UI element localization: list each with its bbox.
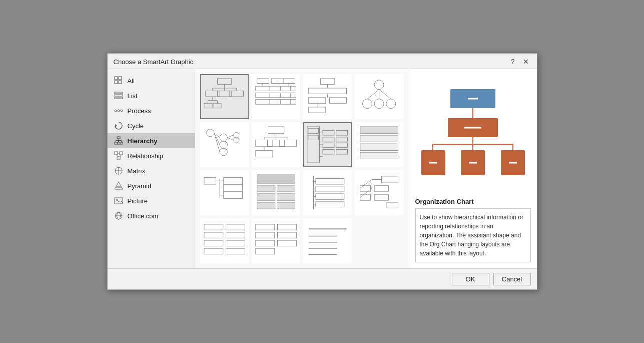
sidebar-item-pyramid[interactable]: Pyramid <box>108 178 195 193</box>
center-panel <box>195 69 409 268</box>
svg-rect-39 <box>217 79 231 84</box>
svg-rect-116 <box>323 137 334 142</box>
svg-rect-24 <box>117 157 120 160</box>
svg-rect-66 <box>281 93 290 97</box>
svg-rect-61 <box>270 86 280 91</box>
svg-rect-170 <box>226 248 245 254</box>
svg-rect-23 <box>120 152 123 155</box>
svg-rect-74 <box>309 88 347 94</box>
svg-marker-31 <box>115 182 123 189</box>
svg-point-7 <box>115 110 117 112</box>
grid-icon <box>114 76 124 86</box>
thumb-hierarchy-14[interactable] <box>252 218 300 263</box>
process-icon <box>114 106 124 116</box>
svg-rect-65 <box>270 93 280 97</box>
list-icon <box>114 91 124 101</box>
svg-rect-162 <box>386 202 398 208</box>
sidebar-label-matrix: Matrix <box>128 167 145 175</box>
svg-rect-69 <box>270 100 280 104</box>
svg-rect-123 <box>360 127 398 133</box>
thumb-hierarchy-15[interactable] <box>303 218 352 263</box>
svg-point-8 <box>118 110 120 112</box>
svg-line-27 <box>120 155 121 157</box>
svg-rect-104 <box>256 140 273 147</box>
cancel-button[interactable]: Cancel <box>493 273 531 285</box>
svg-rect-118 <box>323 149 334 154</box>
svg-rect-119 <box>336 131 348 135</box>
thumb-hierarchy-12[interactable] <box>355 170 403 215</box>
help-button[interactable]: ? <box>509 58 517 66</box>
svg-rect-136 <box>257 175 295 183</box>
svg-rect-34 <box>115 198 123 204</box>
thumb-hierarchy-7[interactable] <box>303 122 352 167</box>
svg-rect-54 <box>257 79 269 83</box>
svg-point-84 <box>363 99 372 109</box>
svg-rect-172 <box>256 232 275 238</box>
svg-line-26 <box>116 155 119 157</box>
sidebar-label-all: All <box>128 77 135 85</box>
svg-point-9 <box>121 110 123 112</box>
svg-point-86 <box>386 99 396 109</box>
svg-rect-13 <box>117 137 120 139</box>
svg-point-92 <box>220 141 227 148</box>
sidebar-item-matrix[interactable]: Matrix <box>108 163 195 178</box>
sidebar-item-hierarchy[interactable]: Hierarchy <box>108 133 195 148</box>
svg-rect-164 <box>204 232 223 238</box>
svg-rect-2 <box>115 81 118 84</box>
svg-point-87 <box>206 129 214 137</box>
svg-rect-106 <box>279 140 296 147</box>
svg-rect-144 <box>316 179 344 184</box>
sidebar-item-office[interactable]: Office.com <box>108 208 195 223</box>
thumb-hierarchy-8[interactable] <box>355 122 403 167</box>
ok-button[interactable]: OK <box>452 273 489 285</box>
svg-rect-147 <box>316 201 344 207</box>
svg-rect-141 <box>257 202 275 209</box>
thumb-hierarchy-4[interactable] <box>355 74 403 119</box>
thumb-hierarchy-5[interactable] <box>200 122 249 167</box>
sidebar-label-process: Process <box>128 107 151 115</box>
preview-panel: Organization Chart Use to show hierarchi… <box>409 69 537 268</box>
svg-rect-142 <box>277 202 295 209</box>
thumb-org-chart[interactable] <box>200 74 249 119</box>
thumb-hierarchy-13[interactable] <box>200 218 249 263</box>
svg-rect-67 <box>290 93 296 97</box>
hierarchy-icon <box>114 136 124 146</box>
svg-rect-169 <box>226 240 245 246</box>
svg-rect-70 <box>281 100 290 104</box>
close-button[interactable]: ✕ <box>521 58 531 66</box>
svg-rect-4 <box>115 92 123 94</box>
sidebar-item-process[interactable]: Process <box>108 103 195 118</box>
title-bar-controls: ? ✕ <box>509 58 531 66</box>
svg-rect-113 <box>308 129 319 133</box>
relationship-icon <box>114 151 124 161</box>
thumb-hierarchy-6[interactable] <box>252 122 300 167</box>
choose-smartart-dialog: Choose a SmartArt Graphic ? ✕ All <box>107 53 537 290</box>
thumb-hierarchy-11[interactable] <box>303 170 352 215</box>
thumb-hierarchy-9[interactable] <box>200 170 249 215</box>
svg-rect-166 <box>204 248 223 254</box>
svg-rect-135 <box>223 192 242 198</box>
sidebar-item-all[interactable]: All <box>108 73 195 88</box>
svg-rect-108 <box>256 150 273 157</box>
svg-point-93 <box>220 148 227 156</box>
sidebar-item-cycle[interactable]: Cycle <box>108 118 195 133</box>
thumb-hierarchy-2[interactable] <box>252 74 300 119</box>
sidebar-label-picture: Picture <box>128 197 148 205</box>
svg-rect-14 <box>115 142 117 144</box>
svg-rect-71 <box>290 100 296 104</box>
svg-marker-12 <box>115 124 117 127</box>
sidebar-item-list[interactable]: List <box>108 88 195 103</box>
sidebar-label-relationship: Relationship <box>128 152 164 160</box>
svg-rect-16 <box>120 142 123 144</box>
svg-rect-171 <box>256 224 275 230</box>
svg-rect-72 <box>320 79 334 84</box>
sidebar-item-picture[interactable]: Picture <box>108 193 195 208</box>
sidebar-label-cycle: Cycle <box>128 122 144 130</box>
sidebar-item-relationship[interactable]: Relationship <box>108 148 195 163</box>
thumb-hierarchy-3[interactable] <box>303 74 352 119</box>
svg-rect-124 <box>360 135 398 142</box>
svg-rect-64 <box>256 93 270 97</box>
svg-line-157 <box>360 188 372 198</box>
thumb-hierarchy-10[interactable] <box>252 170 300 215</box>
dialog-body: All List <box>108 69 537 268</box>
